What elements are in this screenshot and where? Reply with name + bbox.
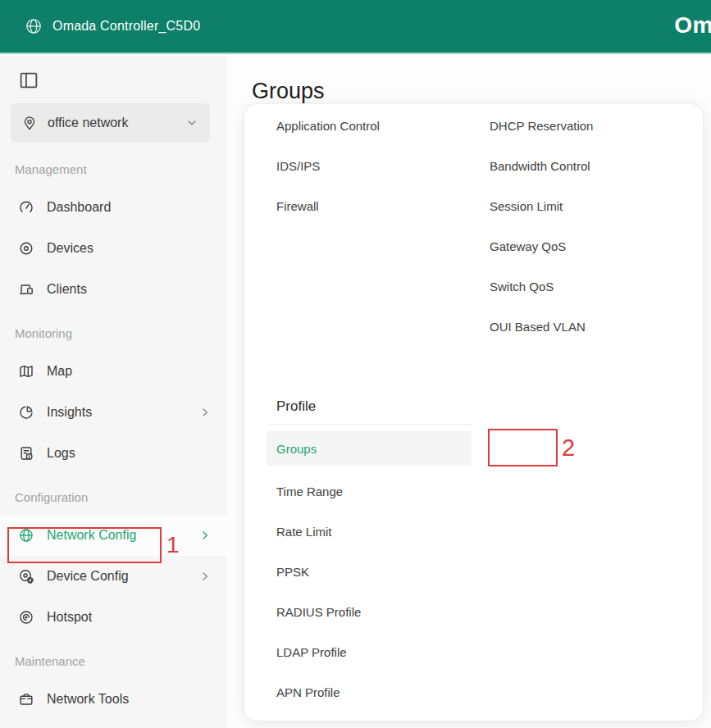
popup-item-application-control[interactable]: Application Control xyxy=(276,106,380,146)
divider xyxy=(271,424,472,425)
controller-title: Omada Controller_C5D0 xyxy=(52,19,200,34)
profile-item-apn-profile[interactable]: APN Profile xyxy=(276,672,703,712)
sidebar: office network ManagementDashboardDevice… xyxy=(0,56,227,728)
sidebar-item-dashboard[interactable]: Dashboard xyxy=(0,187,227,228)
section-label-monitoring: Monitoring xyxy=(0,315,227,351)
sidebar-item-label: Hotspot xyxy=(47,610,92,625)
toolbox-icon xyxy=(18,691,34,708)
sidebar-item-insights[interactable]: Insights xyxy=(0,392,227,433)
section-label-configuration: Configuration xyxy=(0,479,227,515)
device-circle-icon xyxy=(18,240,34,257)
popup-item-firewall[interactable]: Firewall xyxy=(276,186,380,226)
popup-column-transmission: DHCP ReservationBandwidth ControlSession… xyxy=(490,106,593,347)
popup-item-switch-qos[interactable]: Switch QoS xyxy=(490,266,593,307)
popup-item-session-limit[interactable]: Session Limit xyxy=(490,186,593,226)
profile-item-groups[interactable]: Groups xyxy=(267,431,472,466)
annotation-number-step1: 1 xyxy=(166,527,180,563)
chevron-down-icon xyxy=(185,116,198,130)
annotation-box-step1 xyxy=(7,527,162,563)
omada-controller-app: Omada Controller_C5D0 Om office network xyxy=(0,0,711,728)
sidebar-item-label: Insights xyxy=(47,405,92,420)
main-area: Groups Application ControlIDS/IPSFirewal… xyxy=(227,56,711,728)
popup-item-bandwidth-control[interactable]: Bandwidth Control xyxy=(490,146,593,186)
sidebar-nav: ManagementDashboardDevicesClientsMonitor… xyxy=(0,151,227,720)
hotspot-icon xyxy=(18,609,34,626)
sidebar-collapse-icon[interactable] xyxy=(18,70,39,91)
log-file-icon xyxy=(18,445,34,462)
profile-item-radius-profile[interactable]: RADIUS Profile xyxy=(276,592,703,632)
sidebar-item-label: Network Tools xyxy=(47,692,129,707)
sidebar-item-map[interactable]: Map xyxy=(0,351,227,392)
top-header-bar: Omada Controller_C5D0 Om xyxy=(0,0,711,54)
profile-section: Profile GroupsTime RangeRate LimitPPSKRA… xyxy=(244,394,703,712)
site-selector[interactable]: office network xyxy=(11,103,210,143)
sidebar-item-network-tools[interactable]: Network Tools xyxy=(0,679,227,720)
sidebar-item-label: Device Config xyxy=(47,569,129,584)
site-selector-label: office network xyxy=(48,116,128,130)
sidebar-item-label: Devices xyxy=(47,241,93,256)
chevron-right-icon xyxy=(199,407,211,418)
sidebar-item-devices[interactable]: Devices xyxy=(0,228,227,269)
map-icon xyxy=(18,363,34,380)
pie-chart-icon xyxy=(18,404,34,421)
chevron-right-icon xyxy=(199,530,211,541)
omada-globe-logo-icon xyxy=(25,17,43,35)
popup-item-oui-based-vlan[interactable]: OUI Based VLAN xyxy=(490,307,593,347)
sidebar-item-logs[interactable]: Logs xyxy=(0,433,227,474)
page-title: Groups xyxy=(252,79,325,104)
device-gear-icon xyxy=(18,568,34,585)
section-label-management: Management xyxy=(0,151,227,187)
network-config-popup: Application ControlIDS/IPSFirewall DHCP … xyxy=(244,104,703,721)
popup-item-ids-ips[interactable]: IDS/IPS xyxy=(276,146,380,186)
sidebar-item-label: Logs xyxy=(47,446,75,461)
chevron-right-icon xyxy=(199,571,211,582)
popup-item-gateway-qos[interactable]: Gateway QoS xyxy=(490,226,593,266)
gauge-icon xyxy=(18,199,34,216)
section-label-maintenance: Maintenance xyxy=(0,643,227,679)
profile-item-ppsk[interactable]: PPSK xyxy=(276,552,703,592)
sidebar-item-clients[interactable]: Clients xyxy=(0,269,227,310)
profile-section-header: Profile xyxy=(276,394,703,419)
omada-brand-logo: Om xyxy=(674,12,711,39)
sidebar-item-hotspot[interactable]: Hotspot xyxy=(0,597,227,638)
location-pin-icon xyxy=(21,115,38,131)
profile-item-ldap-profile[interactable]: LDAP Profile xyxy=(276,632,703,672)
annotation-box-step2 xyxy=(488,429,558,466)
sidebar-item-label: Clients xyxy=(47,282,87,297)
profile-item-rate-limit[interactable]: Rate Limit xyxy=(276,512,703,552)
popup-column-security: Application ControlIDS/IPSFirewall xyxy=(276,106,380,226)
profile-item-list: GroupsTime RangeRate LimitPPSKRADIUS Pro… xyxy=(244,431,703,712)
sidebar-item-label: Map xyxy=(47,364,72,379)
clients-icon xyxy=(18,281,34,298)
sidebar-item-label: Dashboard xyxy=(47,200,111,215)
annotation-number-step2: 2 xyxy=(562,429,575,466)
popup-item-dhcp-reservation[interactable]: DHCP Reservation xyxy=(490,106,593,146)
profile-item-time-range[interactable]: Time Range xyxy=(276,471,703,512)
